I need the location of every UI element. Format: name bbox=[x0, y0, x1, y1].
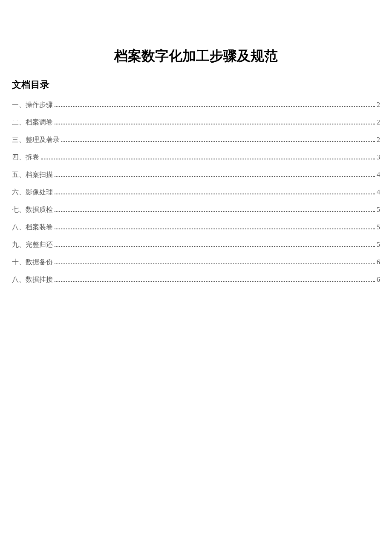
toc-item-label: 三、整理及著录 bbox=[12, 136, 60, 145]
toc-dots bbox=[55, 228, 375, 229]
toc-item-label: 六、影像处理 bbox=[12, 188, 53, 197]
toc-item: 二、档案调卷 2 bbox=[12, 118, 380, 127]
toc-dots bbox=[41, 159, 375, 159]
toc-item-label: 七、数据质检 bbox=[12, 205, 53, 214]
toc-dots bbox=[61, 141, 375, 142]
toc-item-page: 3 bbox=[377, 153, 380, 161]
toc-item-page: 5 bbox=[377, 241, 380, 249]
toc-item-page: 4 bbox=[377, 188, 380, 196]
toc-item: 七、数据质检 5 bbox=[12, 205, 380, 214]
document-title: 档案数字化加工步骤及规范 bbox=[12, 47, 380, 66]
toc-item-label: 八、档案装卷 bbox=[12, 223, 53, 232]
toc-dots bbox=[55, 124, 375, 124]
toc-item-page: 6 bbox=[377, 276, 380, 283]
toc-item: 三、整理及著录 2 bbox=[12, 136, 380, 145]
toc-dots bbox=[55, 106, 375, 107]
toc-item: 九、完整归还 5 bbox=[12, 240, 380, 249]
toc-item-page: 2 bbox=[377, 119, 380, 126]
toc-dots bbox=[55, 281, 375, 282]
toc-item-page: 5 bbox=[377, 206, 380, 214]
toc-dots bbox=[55, 211, 375, 212]
toc-item-page: 2 bbox=[377, 136, 380, 144]
toc-item: 五、档案扫描 4 bbox=[12, 171, 380, 179]
toc-item-label: 二、档案调卷 bbox=[12, 118, 53, 127]
toc-item-page: 6 bbox=[377, 258, 380, 266]
toc-item-page: 5 bbox=[377, 223, 380, 231]
toc-item: 一、操作步骤 2 bbox=[12, 101, 380, 110]
toc-dots bbox=[55, 246, 375, 247]
toc-item-label: 九、完整归还 bbox=[12, 240, 53, 249]
toc-item-label: 十、数据备份 bbox=[12, 258, 53, 267]
toc-heading: 文档目录 bbox=[12, 78, 380, 91]
toc-item: 八、档案装卷 5 bbox=[12, 223, 380, 232]
toc-dots bbox=[55, 263, 375, 264]
toc-item-label: 一、操作步骤 bbox=[12, 101, 53, 110]
toc-list: 一、操作步骤 2 二、档案调卷 2 三、整理及著录 2 四、拆卷 3 五、档案扫… bbox=[12, 101, 380, 284]
toc-item: 六、影像处理 4 bbox=[12, 188, 380, 197]
toc-item: 八、数据挂接 6 bbox=[12, 275, 380, 284]
toc-dots bbox=[55, 194, 375, 194]
toc-dots bbox=[55, 176, 375, 177]
toc-item-label: 四、拆卷 bbox=[12, 153, 39, 162]
toc-item: 十、数据备份 6 bbox=[12, 258, 380, 267]
toc-item-page: 2 bbox=[377, 101, 380, 109]
toc-item-label: 五、档案扫描 bbox=[12, 171, 53, 179]
toc-item-page: 4 bbox=[377, 171, 380, 179]
toc-item-label: 八、数据挂接 bbox=[12, 275, 53, 284]
toc-item: 四、拆卷 3 bbox=[12, 153, 380, 162]
